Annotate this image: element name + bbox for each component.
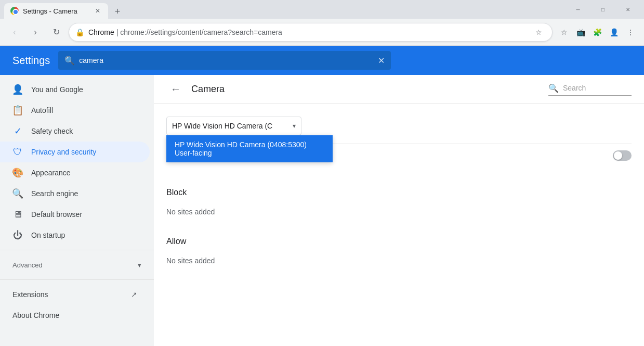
sidebar-label-extensions: Extensions <box>12 290 48 299</box>
sidebar-label-default-browser: Default browser <box>31 210 82 219</box>
safety-icon: ✓ <box>12 126 23 136</box>
forward-nav-button[interactable]: › <box>27 24 44 41</box>
sidebar-item-default-browser[interactable]: 🖥 Default browser <box>0 204 150 225</box>
page-title: Camera <box>191 84 542 95</box>
sidebar-label-safety-check: Safety check <box>31 127 73 135</box>
page-search-icon: 🔍 <box>548 83 559 93</box>
address-domain: Chrome <box>88 28 114 36</box>
sidebar-label-on-startup: On startup <box>31 231 65 239</box>
allow-section-title: Allow <box>166 237 632 246</box>
camera-dropdown[interactable]: HP Wide Vision HD Camera (C ▾ <box>166 117 301 135</box>
sidebar-item-safety-check[interactable]: ✓ Safety check <box>0 121 150 142</box>
page-search[interactable]: 🔍 <box>548 83 632 96</box>
page-header: ← Camera 🔍 <box>154 75 644 104</box>
sidebar-label-appearance: Appearance <box>31 169 71 177</box>
external-link-icon: ↗ <box>131 290 137 299</box>
sidebar-advanced-section[interactable]: Advanced ▾ <box>0 254 154 275</box>
address-bar[interactable]: 🔒 Chrome | chrome://settings/content/cam… <box>69 23 553 42</box>
camera-dropdown-wrapper: HP Wide Vision HD Camera (C ▾ HP Wide Vi… <box>166 117 301 135</box>
main-content: ← Camera 🔍 HP Wide Vision HD Camera (C <box>154 75 644 346</box>
settings-search-input[interactable] <box>79 56 374 65</box>
extensions-button[interactable]: 🧩 <box>590 25 604 40</box>
autofill-icon: 📋 <box>12 105 23 116</box>
back-nav-button[interactable]: ‹ <box>6 24 23 41</box>
sidebar-label-search-engine: Search engine <box>31 189 78 198</box>
settings-title: Settings <box>12 55 50 67</box>
settings-container: Settings 🔍 ✕ 👤 You and Google 📋 Au <box>0 46 644 346</box>
search-engine-icon: 🔍 <box>12 188 23 199</box>
tab-close-button[interactable]: ✕ <box>94 7 102 15</box>
sidebar-item-autofill[interactable]: 📋 Autofill <box>0 100 150 121</box>
sidebar-label-privacy-security: Privacy and security <box>31 148 96 156</box>
sidebar-item-search-engine[interactable]: 🔍 Search engine <box>0 183 150 204</box>
block-section: Block No sites added <box>154 180 644 228</box>
sidebar-label-about-chrome: About Chrome <box>12 311 59 319</box>
toolbar-actions: ☆ 📺 🧩 👤 ⋮ <box>557 25 638 40</box>
browser-icon: 🖥 <box>12 209 23 220</box>
close-button[interactable]: ✕ <box>616 1 640 18</box>
block-no-sites: No sites added <box>166 203 632 220</box>
tab-favicon <box>10 7 19 15</box>
palette-icon: 🎨 <box>12 168 23 178</box>
person-icon: 👤 <box>12 84 23 95</box>
back-button[interactable]: ← <box>166 80 185 99</box>
sidebar-item-extensions[interactable]: Extensions ↗ <box>0 284 150 305</box>
camera-option-hp[interactable]: HP Wide Vision HD Camera (0408:5300) Use… <box>166 135 333 162</box>
settings-header: Settings 🔍 ✕ <box>0 46 644 75</box>
address-text: Chrome | chrome://settings/content/camer… <box>88 28 527 36</box>
maximize-button[interactable]: □ <box>591 1 615 18</box>
startup-icon: ⏻ <box>12 230 23 240</box>
block-section-title: Block <box>166 188 632 197</box>
allow-section: Allow No sites added <box>154 228 644 277</box>
sidebar-item-about-chrome[interactable]: About Chrome <box>0 305 150 326</box>
window-controls: ─ □ ✕ <box>566 1 640 18</box>
bookmark-star-button[interactable]: ☆ <box>557 25 571 40</box>
new-tab-button[interactable]: + <box>110 4 125 19</box>
dropdown-arrow-icon: ▾ <box>293 122 296 130</box>
sidebar-item-you-google[interactable]: 👤 You and Google <box>0 79 150 100</box>
shield-icon: 🛡 <box>12 147 23 157</box>
camera-settings-section: HP Wide Vision HD Camera (C ▾ HP Wide Vi… <box>154 104 644 180</box>
sidebar-label-you-google: You and Google <box>31 85 83 94</box>
advanced-arrow-icon: ▾ <box>138 261 141 269</box>
sidebar-divider <box>0 250 154 250</box>
address-path: chrome://settings/content/camera?search=… <box>120 28 282 36</box>
page-search-input[interactable] <box>563 84 625 92</box>
reload-button[interactable]: ↻ <box>48 24 64 41</box>
media-router-button[interactable]: 📺 <box>573 25 588 40</box>
advanced-label: Advanced <box>12 261 43 269</box>
bookmark-button[interactable]: ☆ <box>531 25 546 40</box>
minimize-button[interactable]: ─ <box>566 1 590 18</box>
active-tab[interactable]: Settings - Camera ✕ <box>4 3 108 19</box>
camera-dropdown-menu: HP Wide Vision HD Camera (0408:5300) Use… <box>166 135 333 162</box>
toggle-knob <box>614 151 622 160</box>
sidebar: 👤 You and Google 📋 Autofill ✓ Safety che… <box>0 75 154 346</box>
search-clear-button[interactable]: ✕ <box>378 56 385 66</box>
menu-button[interactable]: ⋮ <box>623 25 638 40</box>
address-actions: ☆ <box>531 25 546 40</box>
settings-search-bar[interactable]: 🔍 ✕ <box>58 51 391 70</box>
allow-no-sites: No sites added <box>166 252 632 269</box>
sidebar-item-privacy-security[interactable]: 🛡 Privacy and security <box>0 142 150 162</box>
title-bar: Settings - Camera ✕ + ─ □ ✕ <box>0 0 644 19</box>
search-icon: 🔍 <box>64 56 75 66</box>
sidebar-label-autofill: Autofill <box>31 106 53 114</box>
sidebar-item-on-startup[interactable]: ⏻ On startup <box>0 225 150 246</box>
sidebar-divider-2 <box>0 279 154 280</box>
content-area: 👤 You and Google 📋 Autofill ✓ Safety che… <box>0 75 644 346</box>
tab-title: Settings - Camera <box>23 7 89 15</box>
lock-icon: 🔒 <box>75 28 84 36</box>
camera-dropdown-value: HP Wide Vision HD Camera (C <box>172 122 272 130</box>
profile-button[interactable]: 👤 <box>607 25 621 40</box>
tab-strip: Settings - Camera ✕ + <box>4 0 566 19</box>
blocked-toggle[interactable] <box>613 150 632 161</box>
sidebar-item-appearance[interactable]: 🎨 Appearance <box>0 162 150 183</box>
nav-bar: ‹ › ↻ 🔒 Chrome | chrome://settings/conte… <box>0 19 644 46</box>
